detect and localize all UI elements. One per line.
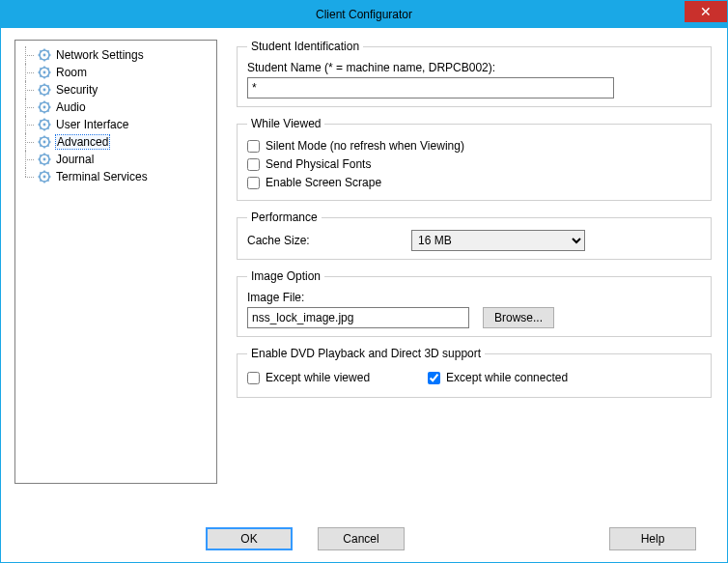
tree-item-audio[interactable]: Audio — [23, 99, 212, 116]
gear-icon — [37, 134, 52, 150]
tree-item-label: Security — [56, 83, 98, 97]
svg-line-48 — [47, 120, 48, 121]
screen-scrape-checkbox[interactable]: Enable Screen Scrape — [247, 174, 701, 191]
gear-icon — [37, 152, 52, 167]
except-connected-input[interactable] — [428, 372, 440, 384]
screen-scrape-input[interactable] — [247, 177, 260, 189]
tree-item-network-settings[interactable]: Network Settings — [23, 46, 212, 64]
svg-point-71 — [43, 176, 46, 179]
dvd-checkbox-row: Except while viewed Except while connect… — [247, 368, 701, 387]
svg-line-58 — [47, 137, 48, 138]
svg-line-29 — [40, 93, 41, 94]
svg-line-69 — [40, 162, 41, 163]
tree-item-room[interactable]: Room — [23, 64, 212, 81]
close-icon: ✕ — [700, 4, 712, 19]
group-performance: Performance Cache Size: 16 MB — [237, 211, 712, 260]
checkbox-label: Except while connected — [446, 371, 568, 384]
tree-item-label: User Interface — [56, 118, 128, 131]
tree-item-security[interactable]: Security — [23, 81, 212, 99]
send-fonts-input[interactable] — [247, 158, 260, 171]
student-name-input[interactable] — [247, 77, 614, 99]
ok-button[interactable]: OK — [206, 527, 293, 550]
tree-item-label: Advanced — [56, 135, 109, 149]
svg-line-9 — [40, 58, 41, 59]
image-file-row: Browse... — [247, 307, 701, 328]
except-viewed-input[interactable] — [247, 372, 260, 384]
tree-item-journal[interactable]: Journal — [23, 151, 212, 168]
content-columns: Network SettingsRoomSecurityAudioUser In… — [14, 40, 714, 492]
svg-line-49 — [40, 127, 41, 128]
group-legend: Performance — [247, 211, 322, 224]
tree-item-label: Network Settings — [56, 48, 144, 62]
svg-line-56 — [40, 137, 41, 138]
svg-line-39 — [40, 110, 41, 111]
svg-line-38 — [47, 102, 48, 103]
svg-line-16 — [40, 68, 41, 69]
cancel-button[interactable]: Cancel — [318, 527, 405, 550]
window-title: Client Configurator — [1, 8, 727, 21]
group-student-identification: Student Identification Student Name (* =… — [237, 40, 712, 107]
svg-line-6 — [40, 50, 41, 51]
send-fonts-checkbox[interactable]: Send Physical Fonts — [247, 155, 701, 173]
svg-line-79 — [40, 180, 41, 181]
nav-tree: Network SettingsRoomSecurityAudioUser In… — [14, 40, 217, 484]
svg-line-68 — [47, 155, 48, 155]
svg-line-28 — [47, 85, 48, 86]
except-viewed-checkbox[interactable]: Except while viewed — [247, 369, 370, 386]
svg-point-51 — [43, 141, 46, 144]
tree-item-advanced[interactable]: Advanced — [23, 133, 212, 151]
tree-item-user-interface[interactable]: User Interface — [23, 116, 212, 133]
svg-point-41 — [43, 124, 46, 127]
svg-line-47 — [47, 127, 48, 128]
group-legend: Student Identification — [247, 40, 363, 53]
except-connected-checkbox[interactable]: Except while connected — [428, 369, 568, 386]
silent-mode-input[interactable] — [247, 140, 260, 153]
cache-size-label: Cache Size: — [247, 234, 411, 247]
gear-icon — [37, 65, 52, 80]
settings-panel: Student Identification Student Name (* =… — [235, 40, 714, 492]
svg-point-61 — [43, 158, 46, 161]
svg-point-31 — [43, 106, 46, 109]
gear-icon — [37, 117, 52, 132]
tree-item-terminal-services[interactable]: Terminal Services — [23, 168, 212, 185]
svg-line-66 — [40, 155, 41, 155]
svg-line-67 — [47, 162, 48, 163]
svg-point-11 — [43, 71, 46, 74]
svg-line-77 — [47, 180, 48, 181]
svg-line-57 — [47, 145, 48, 146]
group-while-viewed: While Viewed Silent Mode (no refresh whe… — [237, 117, 712, 201]
image-file-input[interactable] — [247, 307, 469, 328]
cache-size-select[interactable]: 16 MB — [411, 230, 585, 251]
gear-icon — [37, 169, 52, 184]
dialog-window: Client Configurator ✕ Network SettingsRo… — [0, 0, 728, 563]
tree-item-label: Audio — [56, 100, 86, 114]
svg-line-36 — [40, 102, 41, 103]
svg-point-21 — [43, 89, 46, 92]
svg-line-46 — [40, 120, 41, 121]
svg-line-7 — [47, 58, 48, 59]
group-dvd-3d: Enable DVD Playback and Direct 3D suppor… — [237, 347, 712, 398]
checkbox-label: Silent Mode (no refresh when Viewing) — [266, 139, 464, 153]
tree-item-label: Journal — [56, 153, 94, 166]
svg-line-59 — [40, 145, 41, 146]
help-button[interactable]: Help — [609, 527, 696, 550]
silent-mode-checkbox[interactable]: Silent Mode (no refresh when Viewing) — [247, 137, 701, 155]
checkbox-label: Enable Screen Scrape — [266, 176, 381, 189]
title-bar[interactable]: Client Configurator ✕ — [1, 1, 727, 28]
gear-icon — [37, 47, 52, 63]
close-button[interactable]: ✕ — [685, 1, 727, 22]
tree-item-label: Room — [56, 66, 87, 79]
group-legend: While Viewed — [247, 117, 324, 130]
svg-point-1 — [43, 54, 46, 57]
button-bar: OK Cancel Help — [1, 527, 727, 550]
svg-line-17 — [47, 75, 48, 76]
svg-line-27 — [47, 93, 48, 94]
browse-button[interactable]: Browse... — [483, 307, 554, 328]
student-name-label: Student Name (* = machine name, DRPCB002… — [247, 61, 701, 74]
svg-line-78 — [47, 172, 48, 173]
group-legend: Enable DVD Playback and Direct 3D suppor… — [247, 347, 485, 360]
group-legend: Image Option — [247, 269, 324, 283]
svg-line-76 — [40, 172, 41, 173]
group-image-option: Image Option Image File: Browse... — [237, 269, 712, 337]
gear-icon — [37, 82, 52, 98]
